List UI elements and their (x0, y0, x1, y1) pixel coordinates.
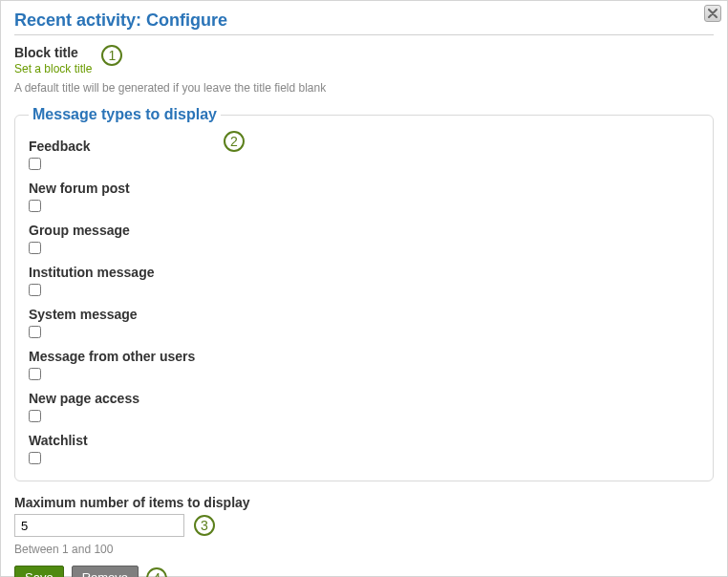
checkbox-new-forum-post[interactable] (29, 200, 41, 212)
close-button[interactable] (704, 5, 721, 22)
checkbox-label: Group message (29, 223, 699, 238)
checkbox-label: System message (29, 307, 699, 322)
checkbox-label: Institution message (29, 265, 699, 280)
checkbox-institution-message[interactable] (29, 284, 41, 296)
checkbox-label: Watchlist (29, 433, 699, 448)
configure-dialog: Recent activity: Configure Block title S… (0, 0, 728, 577)
checkbox-label: Message from other users (29, 349, 699, 364)
annotation-2: 2 (224, 131, 245, 152)
checkbox-item-system-message: System message (29, 307, 699, 341)
checkbox-message-other-users[interactable] (29, 368, 41, 380)
checkbox-item-watchlist: Watchlist (29, 433, 699, 467)
block-title-label: Block title (14, 45, 92, 60)
annotation-1: 1 (101, 45, 122, 66)
max-items-help: Between 1 and 100 (14, 543, 714, 556)
message-types-fieldset: Message types to display 2 Feedback New … (14, 106, 714, 481)
checkbox-label: New forum post (29, 181, 699, 196)
divider (14, 34, 714, 35)
annotation-4: 4 (146, 567, 167, 578)
checkbox-new-page-access[interactable] (29, 410, 41, 422)
checkbox-item-group-message: Group message (29, 223, 699, 257)
max-items-label: Maximum number of items to display (14, 495, 714, 510)
checkbox-watchlist[interactable] (29, 452, 41, 464)
save-button[interactable]: Save (14, 566, 64, 577)
checkbox-label: Feedback (29, 139, 699, 154)
checkbox-label: New page access (29, 391, 699, 406)
checkbox-item-institution-message: Institution message (29, 265, 699, 299)
set-block-title-link[interactable]: Set a block title (14, 62, 92, 75)
checkbox-item-message-other-users: Message from other users (29, 349, 699, 383)
checkbox-group-message[interactable] (29, 242, 41, 254)
remove-button[interactable]: Remove (72, 566, 139, 577)
block-title-help: A default title will be generated if you… (14, 81, 714, 95)
checkbox-system-message[interactable] (29, 326, 41, 338)
checkbox-item-feedback: Feedback (29, 139, 699, 173)
checkbox-feedback[interactable] (29, 158, 41, 170)
annotation-3: 3 (194, 515, 215, 536)
dialog-title: Recent activity: Configure (14, 11, 714, 31)
max-items-input[interactable] (14, 514, 184, 537)
message-types-legend: Message types to display (29, 106, 221, 123)
close-icon (708, 7, 717, 21)
checkbox-item-new-forum-post: New forum post (29, 181, 699, 215)
checkbox-item-new-page-access: New page access (29, 391, 699, 425)
